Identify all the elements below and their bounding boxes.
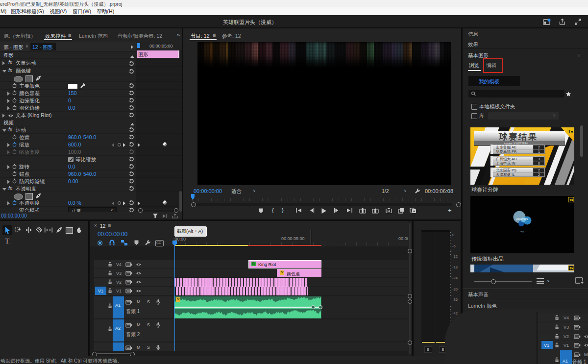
svg-text:3: 3 [538,157,540,161]
svg-text:华夏幸福 PR: 华夏幸福 PR [495,149,517,154]
svg-text:出品: 出品 [520,230,524,233]
svg-text:2: 2 [538,169,540,172]
svg-text:上海申花 IN: 上海申花 IN [496,161,515,166]
svg-text:球赛结果: 球赛结果 [498,132,538,142]
svg-text:山东鲁能 AE: 山东鲁能 AE [496,145,516,149]
svg-text:广州恒大 AU: 广州恒大 AU [496,157,517,161]
svg-text:1: 1 [538,150,540,153]
svg-text:北京国安 PS: 北京国安 PS [496,168,516,172]
svg-text:T: T [569,266,572,270]
svg-text:天津权健 IL: 天津权健 IL [496,172,514,177]
svg-text:2: 2 [538,173,540,176]
svg-text:2: 2 [538,146,540,149]
svg-text:T: T [568,129,571,134]
svg-text:T: T [569,198,572,202]
svg-text:LOGOTYPE: LOGOTYPE [516,218,528,220]
svg-text:0: 0 [538,162,540,165]
